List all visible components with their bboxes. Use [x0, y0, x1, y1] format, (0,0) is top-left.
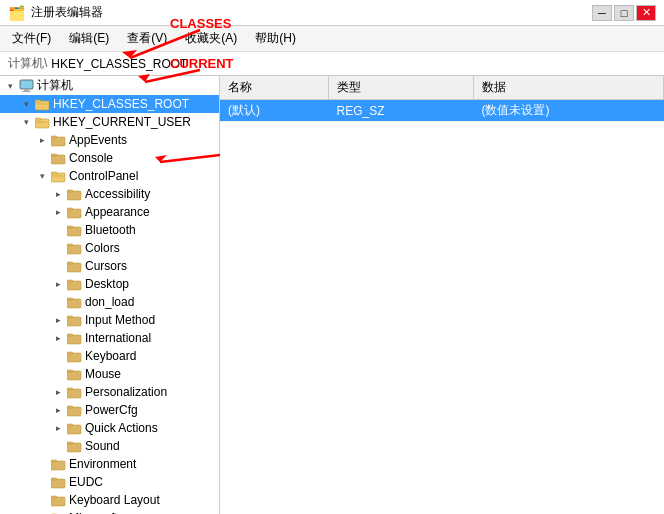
menu-favorites[interactable]: 收藏夹(A) [177, 28, 245, 49]
tree-item-hkcu[interactable]: HKEY_CURRENT_USER [0, 113, 219, 131]
svg-rect-34 [67, 353, 81, 362]
svg-rect-41 [67, 406, 73, 408]
folder-icon-keyboardlayout [50, 493, 66, 507]
tree-item-appearance[interactable]: Appearance [0, 203, 219, 221]
svg-rect-49 [51, 478, 57, 480]
tree-label-personalization: Personalization [85, 385, 167, 399]
tree-item-quickactions[interactable]: Quick Actions [0, 419, 219, 437]
tree-item-bluetooth[interactable]: Bluetooth [0, 221, 219, 239]
tree-label-hkcu: HKEY_CURRENT_USER [53, 115, 191, 129]
expand-btn-desktop[interactable] [50, 276, 66, 292]
menu-bar: 文件(F) 编辑(E) 查看(V) 收藏夹(A) 帮助(H) [0, 26, 664, 52]
tree-label-don_load: don_load [85, 295, 134, 309]
tree-item-cursors[interactable]: Cursors [0, 257, 219, 275]
expand-btn-hkcr[interactable] [18, 96, 34, 112]
cell-type: REG_SZ [329, 100, 474, 122]
tree-label-console: Console [69, 151, 113, 165]
folder-icon-hkcu [34, 115, 50, 129]
tree-item-sound[interactable]: Sound [0, 437, 219, 455]
tree-label-colors: Colors [85, 241, 120, 255]
tree-item-mouse[interactable]: Mouse [0, 365, 219, 383]
table-row[interactable]: (默认)REG_SZ(数值未设置) [220, 100, 664, 122]
expand-btn-accessibility[interactable] [50, 186, 66, 202]
tree-label-powercfg: PowerCfg [85, 403, 138, 417]
tree-item-international[interactable]: International [0, 329, 219, 347]
svg-rect-25 [67, 262, 73, 264]
tree-item-controlpanel[interactable]: ControlPanel [0, 167, 219, 185]
tree-item-don_load[interactable]: don_load [0, 293, 219, 311]
expand-btn-appevents[interactable] [34, 132, 50, 148]
tree-item-personalization[interactable]: Personalization [0, 383, 219, 401]
folder-icon-environment [50, 457, 66, 471]
tree-item-inputmethod[interactable]: Input Method [0, 311, 219, 329]
tree-item-powercfg[interactable]: PowerCfg [0, 401, 219, 419]
folder-icon-console [50, 151, 66, 165]
tree-item-keyboardlayout[interactable]: Keyboard Layout [0, 491, 219, 509]
svg-rect-21 [67, 226, 73, 228]
svg-rect-20 [67, 227, 81, 236]
folder-icon-powercfg [66, 403, 82, 417]
tree-item-computer[interactable]: 计算机 [0, 76, 219, 95]
expand-btn-computer[interactable] [2, 78, 18, 94]
tree-item-keyboard[interactable]: Keyboard [0, 347, 219, 365]
expand-btn-quickactions[interactable] [50, 420, 66, 436]
menu-help[interactable]: 帮助(H) [247, 28, 304, 49]
minimize-button[interactable]: ─ [592, 5, 612, 21]
folder-icon-controlpanel [50, 169, 66, 183]
svg-rect-24 [67, 263, 81, 272]
expand-btn-personalization[interactable] [50, 384, 66, 400]
tree-label-international: International [85, 331, 151, 345]
expand-btn-inputmethod[interactable] [50, 312, 66, 328]
menu-edit[interactable]: 编辑(E) [61, 28, 117, 49]
svg-rect-38 [67, 389, 81, 398]
menu-file[interactable]: 文件(F) [4, 28, 59, 49]
tree-item-accessibility[interactable]: Accessibility [0, 185, 219, 203]
svg-rect-35 [67, 352, 73, 354]
svg-rect-37 [67, 370, 73, 372]
address-label: 计算机\ [8, 55, 47, 72]
tree-item-console[interactable]: Console [0, 149, 219, 167]
folder-icon-quickactions [66, 421, 82, 435]
expand-btn-appearance[interactable] [50, 204, 66, 220]
expand-btn-international[interactable] [50, 330, 66, 346]
tree-item-eudc[interactable]: EUDC [0, 473, 219, 491]
svg-rect-30 [67, 317, 81, 326]
svg-rect-19 [67, 208, 73, 210]
svg-rect-11 [51, 155, 65, 164]
cell-name: (默认) [220, 100, 329, 122]
col-type[interactable]: 类型 [329, 76, 474, 100]
tree-item-appevents[interactable]: AppEvents [0, 131, 219, 149]
col-data[interactable]: 数据 [473, 76, 663, 100]
title-bar: 🗂️ 注册表编辑器 ─ □ ✕ [0, 0, 664, 26]
tree-label-appearance: Appearance [85, 205, 150, 219]
tree-label-mouse: Mouse [85, 367, 121, 381]
menu-view[interactable]: 查看(V) [119, 28, 175, 49]
svg-rect-26 [67, 281, 81, 290]
tree-label-appevents: AppEvents [69, 133, 127, 147]
folder-icon-sound [66, 439, 82, 453]
expand-btn-hkcu[interactable] [18, 114, 34, 130]
tree-item-environment[interactable]: Environment [0, 455, 219, 473]
tree-item-hkcr[interactable]: HKEY_CLASSES_ROOT [0, 95, 219, 113]
folder-icon-accessibility [66, 187, 82, 201]
expand-btn-controlpanel[interactable] [34, 168, 50, 184]
tree-label-accessibility: Accessibility [85, 187, 150, 201]
svg-rect-29 [67, 298, 73, 300]
tree-item-microsoft[interactable]: Microsoft [0, 509, 219, 514]
folder-icon-don_load [66, 295, 82, 309]
svg-rect-0 [20, 80, 33, 89]
values-table: 名称 类型 数据 (默认)REG_SZ(数值未设置) [220, 76, 664, 122]
tree-item-desktop[interactable]: Desktop [0, 275, 219, 293]
folder-icon-eudc [50, 475, 66, 489]
expand-btn-powercfg[interactable] [50, 402, 66, 418]
main-content: 计算机 HKEY_CLASSES_ROOT HKEY_CURRENT_USER … [0, 76, 664, 514]
folder-icon-appearance [66, 205, 82, 219]
maximize-button[interactable]: □ [614, 5, 634, 21]
col-name[interactable]: 名称 [220, 76, 329, 100]
svg-rect-7 [35, 118, 41, 120]
svg-rect-2 [22, 91, 31, 92]
close-button[interactable]: ✕ [636, 5, 656, 21]
svg-rect-17 [67, 190, 73, 192]
svg-rect-28 [67, 299, 81, 308]
tree-item-colors[interactable]: Colors [0, 239, 219, 257]
